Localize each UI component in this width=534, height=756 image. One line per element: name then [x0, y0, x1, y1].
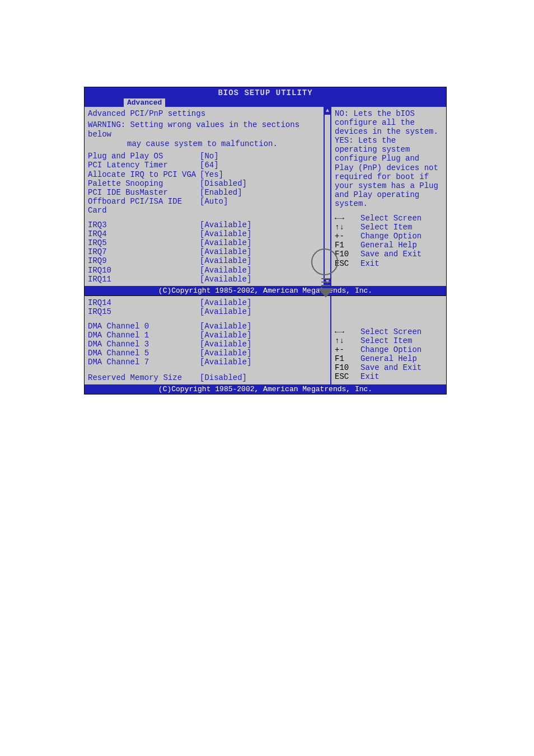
setting-row[interactable]: Offboard PCI/ISA IDE Card[Auto]: [88, 197, 327, 215]
setting-value: [Disabled]: [200, 373, 247, 382]
setting-row[interactable]: Allocate IRQ to PCI VGA[Yes]: [88, 170, 327, 179]
warning-text: WARNING: Setting wrong values in the sec…: [88, 120, 327, 148]
key-desc: Save and Exit: [360, 363, 421, 372]
setting-row[interactable]: IRQ15[Available]: [88, 307, 327, 316]
key-desc: General Help: [360, 354, 417, 363]
setting-value: [Yes]: [200, 170, 223, 179]
setting-value: [Available]: [200, 307, 251, 316]
warning-line1: WARNING: Setting wrong values in the sec…: [88, 120, 327, 139]
setting-value: [Available]: [200, 331, 251, 340]
setting-value: [Available]: [200, 340, 251, 349]
setting-row[interactable]: IRQ3[Available]: [88, 220, 327, 229]
setting-label: IRQ5: [88, 238, 200, 247]
warning-line2: may cause system to malfunction.: [88, 139, 327, 149]
setting-label: Allocate IRQ to PCI VGA: [88, 170, 200, 179]
setting-label: PCI IDE BusMaster: [88, 188, 200, 197]
setting-row[interactable]: IRQ14[Available]: [88, 298, 327, 307]
right-panel-2: ←→Select Screen ↑↓Select Item +-Change O…: [331, 296, 446, 385]
setting-label: DMA Channel 0: [88, 322, 200, 331]
setting-row[interactable]: DMA Channel 0[Available]: [88, 322, 327, 331]
setting-value: [Available]: [200, 266, 251, 275]
main-area-2: IRQ14[Available] IRQ15[Available] DMA Ch…: [85, 296, 446, 385]
setting-row[interactable]: DMA Channel 3[Available]: [88, 340, 327, 349]
setting-label: DMA Channel 5: [88, 349, 200, 358]
setting-value: [Available]: [200, 229, 251, 238]
footer-1: (C)Copyright 1985-2002, American Megatre…: [85, 286, 446, 295]
setting-row[interactable]: DMA Channel 7[Available]: [88, 358, 327, 367]
setting-row[interactable]: PCI Latency Timer[64]: [88, 161, 327, 170]
dma-group: DMA Channel 0[Available] DMA Channel 1[A…: [88, 322, 327, 367]
setting-row[interactable]: PCI IDE BusMaster[Enabled]: [88, 188, 327, 197]
settings-group: Plug and Play OS[No] PCI Latency Timer[6…: [88, 152, 327, 215]
help-line: operating system: [335, 145, 443, 154]
left-panel-2: IRQ14[Available] IRQ15[Available] DMA Ch…: [85, 296, 331, 385]
setting-row[interactable]: DMA Channel 5[Available]: [88, 349, 327, 358]
scroll-down-icon[interactable]: ▼: [325, 278, 330, 286]
help-line: devices in the system.: [335, 127, 443, 136]
setting-label: Palette Snooping: [88, 179, 200, 188]
key-row: ESCExit: [335, 259, 443, 268]
setting-label: IRQ11: [88, 275, 200, 284]
tab-advanced[interactable]: Advanced: [124, 98, 165, 107]
setting-label: IRQ7: [88, 247, 200, 256]
setting-row[interactable]: Reserved Memory Size[Disabled]: [88, 373, 327, 382]
setting-row[interactable]: IRQ7[Available]: [88, 247, 327, 256]
setting-label: IRQ3: [88, 220, 200, 229]
setting-value: [Available]: [200, 275, 251, 284]
key-symbol: ↑↓: [335, 223, 360, 232]
key-symbol: ESC: [335, 372, 360, 381]
help-line: required for boot if: [335, 172, 443, 181]
setting-row[interactable]: Palette Snooping[Disabled]: [88, 179, 327, 188]
panel-title: Advanced PCI/PnP settings: [88, 109, 327, 118]
key-row: ←→Select Screen: [335, 327, 443, 336]
setting-label: Plug and Play OS: [88, 152, 200, 161]
setting-row[interactable]: IRQ10[Available]: [88, 266, 327, 275]
setting-value: [Enabled]: [200, 188, 242, 197]
setting-label: DMA Channel 1: [88, 331, 200, 340]
help-line: NO: Lets the bIOS: [335, 109, 443, 118]
key-symbol: F1: [335, 354, 360, 363]
setting-value: [Available]: [200, 358, 251, 367]
key-symbol: ←→: [335, 327, 360, 336]
key-desc: Exit: [360, 372, 380, 381]
bios-title: BIOS SETUP UTILITY: [85, 87, 446, 98]
scrollbar[interactable]: ▲ ▼: [324, 107, 331, 286]
key-row: +-Change Option: [335, 232, 443, 241]
setting-value: [Disabled]: [200, 179, 247, 188]
key-row: ↑↓Select Item: [335, 336, 443, 345]
help-text: NO: Lets the bIOS configure all the devi…: [335, 109, 443, 208]
setting-row[interactable]: IRQ5[Available]: [88, 238, 327, 247]
setting-row[interactable]: IRQ9[Available]: [88, 256, 327, 265]
key-symbol: ESC: [335, 259, 360, 268]
setting-value: [No]: [200, 152, 219, 161]
key-symbol: ←→: [335, 214, 360, 223]
key-row: +-Change Option: [335, 345, 443, 354]
key-desc: Change Option: [360, 232, 421, 241]
key-row: F10Save and Exit: [335, 250, 443, 259]
setting-row[interactable]: IRQ4[Available]: [88, 229, 327, 238]
setting-label: IRQ10: [88, 266, 200, 275]
help-line: Play (PnP) devices not: [335, 163, 443, 172]
setting-row[interactable]: IRQ11[Available]: [88, 275, 327, 284]
setting-value: [Auto]: [200, 197, 228, 215]
setting-value: [Available]: [200, 349, 251, 358]
setting-value: [Available]: [200, 238, 251, 247]
right-panel-1: NO: Lets the bIOS configure all the devi…: [331, 107, 446, 286]
setting-value: [Available]: [200, 247, 251, 256]
help-line: configure all the: [335, 118, 443, 127]
key-desc: Select Screen: [360, 327, 421, 336]
key-desc: Save and Exit: [360, 250, 421, 259]
irq-group-2: IRQ14[Available] IRQ15[Available]: [88, 298, 327, 316]
scroll-up-icon[interactable]: ▲: [325, 107, 330, 115]
key-desc: Exit: [360, 259, 380, 268]
setting-label: PCI Latency Timer: [88, 161, 200, 170]
help-line: system.: [335, 199, 443, 208]
setting-label: Offboard PCI/ISA IDE Card: [88, 197, 200, 215]
setting-label: IRQ14: [88, 298, 200, 307]
bios-container: BIOS SETUP UTILITY Advanced Advanced PCI…: [84, 87, 447, 395]
setting-label: Reserved Memory Size: [88, 373, 200, 382]
setting-row[interactable]: Plug and Play OS[No]: [88, 152, 327, 161]
setting-row[interactable]: DMA Channel 1[Available]: [88, 331, 327, 340]
key-hints-2: ←→Select Screen ↑↓Select Item +-Change O…: [335, 327, 443, 382]
setting-label: DMA Channel 3: [88, 340, 200, 349]
